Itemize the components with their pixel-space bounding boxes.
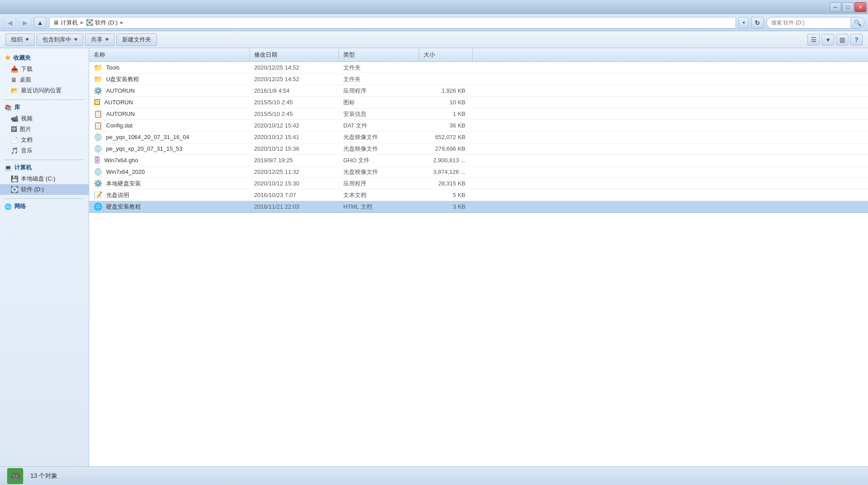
breadcrumb-bar: 🖥 计算机 ► 💽 软件 (D:) ► (49, 17, 736, 29)
sidebar-item-d-drive[interactable]: 💽 软件 (D:) (0, 184, 89, 195)
sidebar-item-pictures[interactable]: 🖼 图片 (0, 124, 89, 135)
new-folder-button[interactable]: 新建文件夹 (116, 33, 157, 46)
close-button[interactable]: ✕ (855, 2, 866, 12)
file-name: 硬盘安装教程 (106, 203, 141, 211)
breadcrumb-dropdown-button[interactable]: ▾ (739, 17, 749, 29)
table-row[interactable]: 💿 pe_yqs_1064_20_07_31_16_04 2020/10/12 … (89, 132, 868, 143)
d-drive-icon: 💽 (11, 186, 18, 193)
file-modified-cell: 2020/12/25 11:32 (250, 167, 339, 177)
change-view-button[interactable]: ☰ (807, 34, 820, 45)
minimize-button[interactable]: ─ (830, 2, 841, 12)
table-row[interactable]: 🗄 Win7x64.gho 2019/9/7 19:25 GHO 文件 2,90… (89, 155, 868, 166)
forward-button[interactable]: ▶ (19, 17, 31, 29)
column-header-type[interactable]: 类型 (339, 48, 419, 62)
file-size-cell: 10 KB (419, 98, 473, 107)
up-button[interactable]: ▲ (34, 17, 46, 29)
computer-section-icon: 💻 (4, 164, 12, 171)
breadcrumb-drive[interactable]: 💽 软件 (D:) (86, 19, 118, 27)
video-icon: 📹 (11, 115, 18, 122)
file-name: Config.dat (106, 122, 132, 129)
status-bar: 🎮 13 个对象 (0, 466, 868, 485)
table-row[interactable]: 📋 AUTORUN 2015/5/10 2:45 安装信息 1 KB (89, 108, 868, 120)
drive-icon: 💽 (86, 19, 93, 26)
file-size-cell: 1 KB (419, 109, 473, 119)
table-row[interactable]: ⚙️ 本地硬盘安装 2020/10/12 15:30 应用程序 28,315 K… (89, 178, 868, 189)
column-header-modified[interactable]: 修改日期 (250, 48, 339, 62)
organize-button[interactable]: 组织 (5, 33, 35, 46)
navigation-bar: ◀ ▶ ▲ 🖥 计算机 ► 💽 软件 (D:) ► ▾ ↻ 🔍 (0, 14, 868, 31)
view-dropdown-button[interactable]: ▾ (822, 34, 834, 45)
sidebar-library-header[interactable]: 📚 库 (0, 102, 89, 113)
share-label: 共享 (91, 36, 103, 44)
sidebar-network-section: 🌐 网络 (0, 201, 89, 212)
sidebar-computer-header[interactable]: 💻 计算机 (0, 162, 89, 173)
file-name-cell: 💿 pe_yqs_xp_20_07_31_15_53 (89, 143, 250, 154)
sidebar-item-downloads[interactable]: 📥 下载 (0, 64, 89, 74)
table-row[interactable]: 📋 Config.dat 2020/10/12 15:42 DAT 文件 36 … (89, 120, 868, 132)
file-icon: 💿 (94, 133, 103, 141)
file-type-cell: 文件夹 (339, 74, 419, 85)
sidebar-library-section: 📚 库 📹 视频 🖼 图片 📄 文档 🎵 音乐 (0, 102, 89, 156)
include-dropdown-icon (74, 38, 78, 41)
share-button[interactable]: 共享 (85, 33, 115, 46)
file-type-cell: 光盘映像文件 (339, 167, 419, 177)
sidebar-item-video[interactable]: 📹 视频 (0, 113, 89, 124)
file-size-cell: 5 KB (419, 190, 473, 200)
file-list: 📁 Tools 2020/12/25 14:52 文件夹 📁 U盘安装教程 20… (89, 62, 868, 213)
file-name: 光盘说明 (106, 191, 129, 199)
sidebar-item-recent[interactable]: 📂 最近访问的位置 (0, 85, 89, 96)
file-modified-cell: 2020/10/12 15:36 (250, 144, 339, 153)
search-input[interactable] (767, 20, 851, 26)
library-icon: 📚 (4, 104, 12, 111)
computer-icon: 🖥 (53, 19, 59, 26)
file-name-cell: 📝 光盘说明 (89, 189, 250, 201)
file-modified-cell: 2020/12/25 14:52 (250, 74, 339, 84)
share-dropdown-icon (105, 38, 109, 41)
include-library-button[interactable]: 包含到库中 (37, 33, 83, 46)
file-modified-cell: 2020/12/25 14:52 (250, 63, 339, 72)
table-row[interactable]: 💿 Win7x64_2020 2020/12/25 11:32 光盘映像文件 3… (89, 166, 868, 178)
title-bar: ─ □ ✕ (0, 0, 868, 14)
sidebar-item-documents[interactable]: 📄 文档 (0, 135, 89, 145)
file-name: Win7x64_2020 (106, 169, 145, 175)
search-bar: 🔍 (766, 17, 864, 29)
table-row[interactable]: 🖼 AUTORUN 2015/5/10 2:45 图标 10 KB (89, 97, 868, 108)
file-type-cell: HTML 文档 (339, 201, 419, 212)
table-row[interactable]: 📁 Tools 2020/12/25 14:52 文件夹 (89, 62, 868, 74)
file-name: AUTORUN (104, 99, 133, 106)
file-type-cell: 安装信息 (339, 109, 419, 119)
preview-pane-button[interactable]: ▥ (836, 34, 848, 45)
file-size-cell: 36 KB (419, 121, 473, 130)
search-button[interactable]: 🔍 (851, 17, 864, 29)
table-row[interactable]: 💿 pe_yqs_xp_20_07_31_15_53 2020/10/12 15… (89, 143, 868, 155)
breadcrumb-computer[interactable]: 🖥 计算机 (53, 19, 78, 27)
sidebar-divider-1 (4, 99, 84, 100)
sidebar-computer-section: 💻 计算机 💾 本地磁盘 (C:) 💽 软件 (D:) (0, 162, 89, 195)
file-name-cell: 📋 Config.dat (89, 120, 250, 131)
back-button[interactable]: ◀ (4, 17, 16, 29)
sidebar-network-header[interactable]: 🌐 网络 (0, 201, 89, 212)
file-name-cell: 📋 AUTORUN (89, 108, 250, 119)
table-row[interactable]: 📁 U盘安装教程 2020/12/25 14:52 文件夹 (89, 74, 868, 85)
recent-icon: 📂 (11, 87, 18, 94)
sidebar-item-music[interactable]: 🎵 音乐 (0, 145, 89, 156)
file-type-cell: GHO 文件 (339, 155, 419, 166)
file-name: Win7x64.gho (104, 157, 138, 164)
column-header-name[interactable]: 名称 (89, 48, 250, 62)
file-name-cell: 💿 Win7x64_2020 (89, 166, 250, 177)
file-icon: 📋 (94, 110, 103, 118)
refresh-button[interactable]: ↻ (751, 17, 764, 29)
sidebar-favorites-header[interactable]: ★ 收藏夹 (0, 52, 89, 64)
table-row[interactable]: 📝 光盘说明 2016/10/23 7:07 文本文档 5 KB (89, 189, 868, 201)
file-size-cell: 28,315 KB (419, 179, 473, 188)
maximize-button[interactable]: □ (842, 2, 854, 12)
file-name-cell: ⚙️ AUTORUN (89, 85, 250, 96)
table-row[interactable]: 🌐 硬盘安装教程 2016/11/21 22:03 HTML 文档 3 KB (89, 201, 868, 213)
organize-dropdown-icon (25, 38, 29, 41)
help-button[interactable]: ? (850, 34, 863, 45)
column-header-size[interactable]: 大小 (419, 48, 473, 62)
sidebar-item-desktop[interactable]: 🖥 桌面 (0, 74, 89, 85)
table-row[interactable]: ⚙️ AUTORUN 2016/1/8 4:54 应用程序 1,926 KB (89, 85, 868, 97)
status-count-text: 13 个对象 (30, 472, 58, 480)
sidebar-item-c-drive[interactable]: 💾 本地磁盘 (C:) (0, 173, 89, 184)
